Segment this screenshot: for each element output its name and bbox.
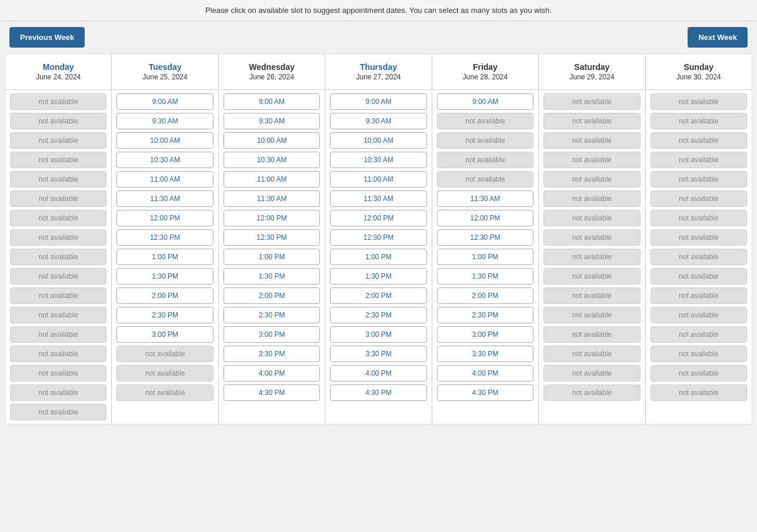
day-date: June 28, 2024 — [435, 73, 536, 81]
time-slot[interactable]: 3:00 PM — [437, 326, 533, 343]
time-slot[interactable]: 2:00 PM — [437, 287, 533, 304]
time-slot[interactable]: 4:00 PM — [224, 365, 320, 382]
time-slot[interactable]: 12:30 PM — [116, 229, 213, 246]
time-slot[interactable]: 1:00 PM — [330, 249, 426, 265]
day-name: Monday — [8, 62, 109, 72]
time-slot[interactable]: 4:30 PM — [437, 384, 533, 401]
time-slot: not available — [651, 190, 747, 207]
time-slot[interactable]: 3:30 PM — [437, 346, 533, 362]
time-slot[interactable]: 9:00 AM — [116, 93, 213, 110]
time-slot: not available — [543, 268, 640, 285]
time-slot[interactable]: 12:30 PM — [330, 229, 426, 246]
time-slot[interactable]: 11:30 AM — [224, 190, 320, 207]
day-date: June 24, 2024 — [8, 73, 109, 81]
time-slot[interactable]: 12:00 PM — [224, 210, 320, 226]
time-slot[interactable]: 9:00 AM — [330, 93, 426, 110]
time-slot: not available — [10, 365, 106, 382]
day-column-wednesday: WednesdayJune 26, 20249:00 AM9:30 AM10:0… — [219, 54, 325, 424]
day-header-friday: FridayJune 28, 2024 — [432, 54, 538, 90]
next-week-button[interactable]: Next Week — [688, 27, 748, 48]
time-slot[interactable]: 9:00 AM — [437, 93, 533, 110]
time-slot[interactable]: 12:00 PM — [437, 210, 533, 226]
time-slot[interactable]: 3:00 PM — [224, 326, 320, 343]
day-name: Friday — [435, 62, 536, 72]
time-slot[interactable]: 4:30 PM — [330, 384, 426, 401]
time-slot[interactable]: 1:30 PM — [116, 268, 213, 285]
time-slot[interactable]: 3:30 PM — [330, 346, 426, 362]
time-slot: not available — [10, 113, 106, 129]
day-header-sunday: SundayJune 30, 2024 — [646, 54, 752, 90]
day-header-thursday: ThursdayJune 27, 2024 — [325, 54, 431, 90]
time-slot[interactable]: 3:00 PM — [330, 326, 426, 343]
time-slot: not available — [10, 249, 106, 265]
time-slot[interactable]: 11:00 AM — [116, 171, 213, 188]
time-slot[interactable]: 3:00 PM — [116, 326, 213, 343]
time-slot: not available — [651, 171, 747, 188]
time-slot[interactable]: 9:00 AM — [224, 93, 320, 110]
time-slot[interactable]: 11:00 AM — [330, 171, 426, 188]
time-slot[interactable]: 12:00 PM — [330, 210, 426, 226]
time-slot[interactable]: 10:00 AM — [224, 132, 320, 149]
time-slot: not available — [10, 307, 106, 323]
time-slot[interactable]: 1:30 PM — [330, 268, 426, 285]
time-slot[interactable]: 11:00 AM — [224, 171, 320, 188]
time-slot[interactable]: 4:00 PM — [330, 365, 426, 382]
time-slot[interactable]: 2:30 PM — [224, 307, 320, 323]
day-column-sunday: SundayJune 30, 2024not availablenot avai… — [646, 54, 752, 424]
time-slot[interactable]: 10:30 AM — [330, 152, 426, 168]
day-column-monday: MondayJune 24, 2024not availablenot avai… — [5, 54, 112, 424]
time-slot[interactable]: 4:30 PM — [224, 384, 320, 401]
time-slot[interactable]: 10:00 AM — [330, 132, 426, 149]
time-slot[interactable]: 1:00 PM — [116, 249, 213, 265]
time-slot: not available — [10, 93, 106, 110]
instruction-text: Please click on available slot to sugges… — [205, 6, 552, 15]
time-slot[interactable]: 2:30 PM — [437, 307, 533, 323]
time-slot: not available — [651, 249, 747, 265]
time-slot: not available — [543, 326, 640, 343]
day-header-wednesday: WednesdayJune 26, 2024 — [219, 54, 325, 90]
time-slot[interactable]: 3:30 PM — [224, 346, 320, 362]
time-slot[interactable]: 11:30 AM — [116, 190, 213, 207]
time-slot[interactable]: 2:30 PM — [116, 307, 213, 323]
day-column-friday: FridayJune 28, 20249:00 AMnot availablen… — [432, 54, 539, 424]
time-slot: not available — [651, 346, 747, 362]
day-date: June 29, 2024 — [541, 73, 642, 81]
time-slot[interactable]: 2:00 PM — [224, 287, 320, 304]
time-slot[interactable]: 1:00 PM — [437, 249, 533, 265]
day-header-tuesday: TuesdayJune 25, 2024 — [112, 54, 218, 90]
day-date: June 30, 2024 — [648, 73, 749, 81]
time-slot[interactable]: 12:00 PM — [116, 210, 213, 226]
day-name: Thursday — [328, 62, 429, 72]
time-slot: not available — [543, 384, 640, 401]
calendar-container: MondayJune 24, 2024not availablenot avai… — [5, 53, 752, 424]
time-slot: not available — [116, 384, 213, 401]
time-slot: not available — [543, 287, 640, 304]
time-slot: not available — [10, 190, 106, 207]
time-slot: not available — [10, 152, 106, 168]
time-slot[interactable]: 2:00 PM — [330, 287, 426, 304]
time-slot[interactable]: 2:00 PM — [116, 287, 213, 304]
time-slot: not available — [10, 132, 106, 149]
time-slot[interactable]: 1:30 PM — [437, 268, 533, 285]
time-slot: not available — [10, 171, 106, 188]
time-slot[interactable]: 1:00 PM — [224, 249, 320, 265]
day-name: Wednesday — [221, 62, 322, 72]
time-slot[interactable]: 9:30 AM — [116, 113, 213, 129]
time-slot[interactable]: 10:30 AM — [116, 152, 213, 168]
time-slot[interactable]: 12:30 PM — [224, 229, 320, 246]
time-slot[interactable]: 10:00 AM — [116, 132, 213, 149]
time-slot[interactable]: 1:30 PM — [224, 268, 320, 285]
time-slot[interactable]: 4:00 PM — [437, 365, 533, 382]
time-slot[interactable]: 2:30 PM — [330, 307, 426, 323]
time-slot[interactable]: 11:30 AM — [330, 190, 426, 207]
time-slot: not available — [437, 113, 533, 129]
time-slot[interactable]: 12:30 PM — [437, 229, 533, 246]
time-slot[interactable]: 10:30 AM — [224, 152, 320, 168]
prev-week-button[interactable]: Previous Week — [9, 27, 85, 48]
time-slot[interactable]: 11:30 AM — [437, 190, 533, 207]
time-slot[interactable]: 9:30 AM — [330, 113, 426, 129]
time-slot: not available — [116, 365, 213, 382]
time-slot[interactable]: 9:30 AM — [224, 113, 320, 129]
time-slot: not available — [651, 132, 747, 149]
day-name: Tuesday — [114, 62, 215, 72]
